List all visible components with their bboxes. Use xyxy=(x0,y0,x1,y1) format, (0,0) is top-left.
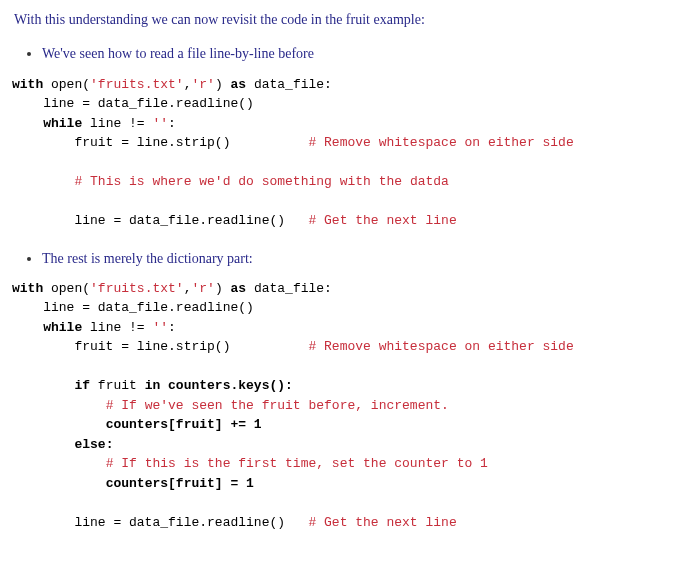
page-root: With this understanding we can now revis… xyxy=(0,0,693,563)
bullet-list: We've seen how to read a file line-by-li… xyxy=(14,44,679,532)
bullet-text: The rest is merely the dictionary part: xyxy=(42,251,253,266)
intro-paragraph: With this understanding we can now revis… xyxy=(14,10,679,30)
list-item: The rest is merely the dictionary part: … xyxy=(42,249,679,533)
code-block: with open('fruits.txt','r') as data_file… xyxy=(12,279,679,533)
code-block: with open('fruits.txt','r') as data_file… xyxy=(12,75,679,231)
list-item: We've seen how to read a file line-by-li… xyxy=(42,44,679,230)
bullet-text: We've seen how to read a file line-by-li… xyxy=(42,46,314,61)
